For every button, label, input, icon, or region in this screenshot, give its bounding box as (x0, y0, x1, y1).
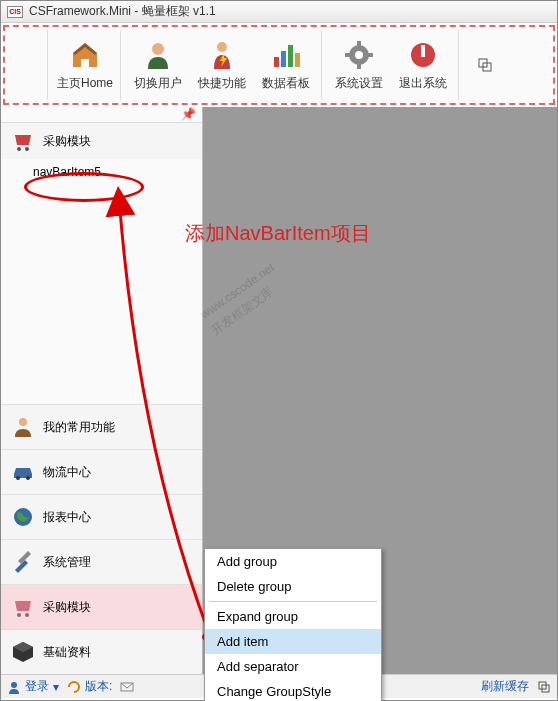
ribbon-settings-button[interactable]: 系统设置 (328, 32, 390, 98)
cart-icon (11, 595, 35, 619)
ribbon-switch-user-button[interactable]: 切换用户 (127, 32, 189, 98)
menu-delete-group[interactable]: Delete group (205, 574, 381, 599)
nav-group-system[interactable]: 系统管理 (1, 539, 202, 584)
svg-point-23 (25, 613, 29, 617)
svg-rect-9 (357, 63, 361, 69)
ribbon-home-button[interactable]: 主页Home (54, 32, 116, 98)
menu-expand-group[interactable]: Expand group (205, 604, 381, 629)
svg-rect-3 (281, 51, 286, 67)
svg-rect-11 (367, 53, 373, 57)
ribbon-label: 切换用户 (134, 75, 182, 92)
nav-group-reports[interactable]: 报表中心 (1, 494, 202, 539)
svg-point-0 (152, 43, 164, 55)
status-version-label: 版本: (85, 678, 112, 695)
svg-point-17 (25, 147, 29, 151)
svg-rect-2 (274, 57, 279, 67)
status-refresh-label: 刷新缓存 (481, 678, 529, 695)
dropdown-icon: ▾ (53, 680, 59, 694)
gear-icon (343, 39, 375, 71)
ribbon-quick-button[interactable]: 快捷功能 (191, 32, 253, 98)
home-icon (69, 39, 101, 71)
ribbon-label: 数据看板 (262, 75, 310, 92)
status-refresh-cache[interactable]: 刷新缓存 (481, 678, 529, 695)
svg-point-18 (19, 418, 27, 426)
copy-small-icon (537, 680, 551, 694)
nav-group-favorites[interactable]: 我的常用功能 (1, 404, 202, 449)
ribbon-label: 快捷功能 (198, 75, 246, 92)
cube-icon (11, 640, 35, 664)
user-small-icon (7, 680, 21, 694)
user-desk-icon (11, 415, 35, 439)
menu-add-item[interactable]: Add item (205, 629, 381, 654)
nav-group-label: 采购模块 (43, 133, 91, 150)
status-login[interactable]: 登录 ▾ (7, 678, 59, 695)
svg-point-22 (17, 613, 21, 617)
ribbon-toolbar: 主页Home 切换用户 快捷功能 数据看板 系统设置 (3, 25, 555, 105)
tools-icon (11, 550, 35, 574)
nav-item-5[interactable]: navBarItem5 (1, 159, 202, 185)
svg-point-19 (16, 476, 20, 480)
menu-add-separator[interactable]: Add separator (205, 654, 381, 679)
ribbon-label: 退出系统 (399, 75, 447, 92)
ribbon-label: 主页Home (57, 75, 113, 92)
chart-icon (270, 39, 302, 71)
svg-point-20 (26, 476, 30, 480)
lightning-icon (206, 39, 238, 71)
ribbon-dashboard-button[interactable]: 数据看板 (255, 32, 317, 98)
mail-icon (120, 680, 134, 694)
user-icon (142, 39, 174, 71)
refresh-icon (67, 680, 81, 694)
exit-icon (407, 39, 439, 71)
ribbon-overflow-button[interactable] (465, 32, 505, 98)
sidebar-pin-icon[interactable]: 📌 (1, 107, 202, 123)
menu-add-group[interactable]: Add group (205, 549, 381, 574)
window-title: CSFramework.Mini - 蝇量框架 v1.1 (29, 3, 216, 20)
ribbon-label: 系统设置 (335, 75, 383, 92)
nav-group-purchase[interactable]: 采购模块 (1, 584, 202, 629)
menu-separator (209, 601, 377, 602)
status-copy[interactable] (537, 680, 551, 694)
nav-group-label: 采购模块 (43, 599, 91, 616)
svg-point-24 (11, 682, 17, 688)
titlebar: CIS CSFramework.Mini - 蝇量框架 v1.1 (1, 1, 557, 23)
ribbon-exit-button[interactable]: 退出系统 (392, 32, 454, 98)
nav-group-active[interactable]: 采购模块 (1, 123, 202, 159)
context-menu: Add group Delete group Expand group Add … (204, 548, 382, 701)
menu-change-groupstyle[interactable]: Change GroupStyle (205, 679, 381, 701)
ribbon-placeholder[interactable] (12, 32, 43, 98)
nav-group-label: 基础资料 (43, 644, 91, 661)
app-logo: CIS (7, 6, 23, 18)
car-icon (11, 460, 35, 484)
svg-point-16 (17, 147, 21, 151)
status-login-label: 登录 (25, 678, 49, 695)
globe-icon (11, 505, 35, 529)
copy-icon (477, 57, 493, 73)
nav-group-logistics[interactable]: 物流中心 (1, 449, 202, 494)
svg-rect-10 (345, 53, 351, 57)
svg-rect-5 (295, 53, 300, 67)
svg-rect-4 (288, 45, 293, 67)
svg-rect-8 (357, 41, 361, 47)
cart-icon (11, 129, 35, 153)
status-version[interactable]: 版本: (67, 678, 112, 695)
status-mail[interactable] (120, 680, 134, 694)
sidebar: 📌 采购模块 navBarItem5 我的常用功能 物流中心 报表中心 (1, 107, 203, 674)
svg-point-1 (217, 42, 227, 52)
nav-group-label: 报表中心 (43, 509, 91, 526)
nav-group-label: 系统管理 (43, 554, 91, 571)
svg-point-7 (355, 51, 363, 59)
nav-group-basic[interactable]: 基础资料 (1, 629, 202, 674)
svg-rect-13 (421, 45, 425, 57)
nav-group-label: 物流中心 (43, 464, 91, 481)
nav-group-label: 我的常用功能 (43, 419, 115, 436)
